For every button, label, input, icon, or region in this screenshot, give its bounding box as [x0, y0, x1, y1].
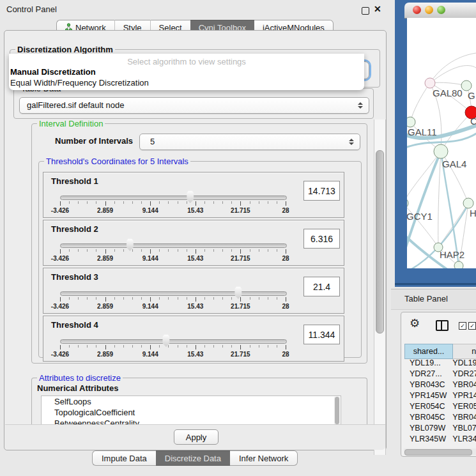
cell-name[interactable]: YBR045C: [449, 413, 476, 424]
tick-label: -3.426: [51, 303, 69, 310]
slider-handle[interactable]: [161, 334, 171, 347]
network-node-H[interactable]: [463, 198, 473, 208]
list-scrollbar-thumb[interactable]: [335, 397, 339, 424]
minor-tick: [187, 201, 187, 204]
cell-shared-name[interactable]: YDL19...: [404, 358, 449, 369]
table-data-group: Table Data galFiltered.sif default node: [13, 88, 374, 119]
minor-tick: [114, 297, 115, 300]
network-node-GAL4[interactable]: [434, 144, 448, 158]
tab-impute-data[interactable]: Impute Data: [92, 450, 156, 466]
minor-tick: [69, 201, 70, 204]
table-row[interactable]: YBR043CYBR043C: [404, 380, 476, 391]
network-node-label: C: [470, 116, 476, 127]
checkbox-icon[interactable]: ✓: [459, 322, 466, 330]
checkbox-icon[interactable]: ✓: [468, 322, 476, 330]
slider-track[interactable]: [60, 291, 287, 296]
network-node-G[interactable]: [461, 81, 472, 91]
panel-scrollbar-thumb[interactable]: [376, 150, 384, 334]
cell-shared-name[interactable]: YDR27...: [404, 369, 449, 380]
list-scrollbar[interactable]: [334, 397, 340, 426]
slider-track[interactable]: [60, 339, 287, 344]
cell-name[interactable]: YPR145W: [449, 391, 476, 402]
minor-tick: [132, 249, 133, 252]
table-scrollbar-thumb[interactable]: [404, 449, 472, 456]
attribute-list-item[interactable]: SelfLoops: [42, 396, 341, 407]
number-of-intervals-combobox[interactable]: 5: [139, 134, 360, 150]
minor-tick: [259, 297, 259, 300]
table-row[interactable]: YBR045CYBR045C: [404, 413, 476, 424]
tab-discretize-data[interactable]: Discretize Data: [156, 450, 230, 466]
network-node-GAL11[interactable]: [407, 117, 415, 127]
cell-name[interactable]: YDL19...: [449, 358, 476, 369]
cell-shared-name[interactable]: YPR145W: [404, 391, 449, 402]
network-edge[interactable]: [430, 82, 466, 86]
minor-tick: [178, 249, 178, 252]
column-header-shared-name[interactable]: shared...: [404, 344, 453, 359]
network-node-GCY1[interactable]: [407, 198, 408, 208]
cell-shared-name[interactable]: YBR043C: [404, 380, 449, 391]
slider-handle[interactable]: [125, 238, 135, 251]
major-tick: [196, 345, 196, 349]
slider-track[interactable]: [60, 196, 287, 200]
minor-tick: [78, 249, 79, 252]
numerical-attributes-list[interactable]: SelfLoopsTopologicalCoefficientBetweenne…: [41, 395, 341, 427]
slider-handle[interactable]: [233, 286, 243, 299]
table-row[interactable]: YLR345WYLR345W: [404, 434, 476, 441]
minor-tick: [168, 345, 169, 348]
network-edge[interactable]: [410, 83, 430, 122]
close-traffic-light[interactable]: [413, 6, 421, 14]
major-tick: [60, 201, 61, 206]
table-horizontal-scrollbar[interactable]: [404, 449, 476, 455]
table-row[interactable]: YER054CYER054C: [404, 402, 476, 413]
major-tick: [60, 345, 61, 349]
apply-button[interactable]: Apply: [174, 429, 219, 445]
slider-track[interactable]: [60, 243, 287, 248]
cell-shared-name[interactable]: YER054C: [404, 402, 449, 413]
network-edge[interactable]: [438, 151, 441, 247]
popup-option-equal-width[interactable]: Equal Width/Frequency Discretization: [10, 78, 149, 88]
threshold-value-field[interactable]: 11.344: [303, 325, 340, 344]
column-header-name[interactable]: name: [453, 344, 476, 359]
table-row[interactable]: YPR145WYPR145W: [404, 391, 476, 402]
major-tick: [240, 297, 241, 302]
minor-tick: [231, 345, 232, 348]
cell-name[interactable]: YLR345W: [449, 434, 476, 441]
cell-name[interactable]: YBL079W: [449, 424, 476, 434]
close-icon[interactable]: ✕: [374, 4, 381, 14]
cell-shared-name[interactable]: YBL079W: [404, 424, 449, 434]
threshold-value-field[interactable]: 21.4: [303, 277, 340, 296]
gear-icon[interactable]: ⚙: [410, 318, 420, 329]
float-window-icon[interactable]: [362, 7, 369, 15]
table-data-combobox[interactable]: galFiltered.sif default node: [19, 97, 369, 114]
network-edge[interactable]: [430, 53, 476, 83]
network-window-titlebar[interactable]: [404, 3, 476, 19]
cell-name[interactable]: YDR27...: [449, 369, 476, 380]
minor-tick: [87, 297, 88, 300]
cell-shared-name[interactable]: YBR045C: [404, 413, 449, 424]
table-row[interactable]: YDL19...YDL19...: [404, 358, 476, 369]
table-panel: ⚙ ✓ ✓ shared... name YDL19...YDL19...YDR…: [401, 312, 476, 457]
popup-option-manual-discretization[interactable]: Manual Discretization: [10, 67, 96, 77]
network-node[interactable]: [454, 261, 463, 268]
minor-tick: [96, 297, 96, 300]
zoom-traffic-light[interactable]: [437, 6, 445, 14]
tab-infer-network[interactable]: Infer Network: [230, 450, 298, 466]
cell-name[interactable]: YER054C: [449, 402, 476, 413]
table-row[interactable]: YBL079WYBL079W: [404, 424, 476, 434]
cell-shared-name[interactable]: YLR345W: [404, 434, 449, 441]
attributes-group: Attributes to discretize Numerical Attri…: [31, 378, 367, 428]
table-row[interactable]: YDR27...YDR27...: [404, 369, 476, 380]
network-node-GAL80[interactable]: [425, 78, 435, 88]
network-canvas[interactable]: GAL80GCGAL11GAL4GCY1HHAP2: [407, 18, 476, 268]
threshold-value-field[interactable]: 14.713: [303, 181, 340, 201]
minor-tick: [204, 297, 205, 300]
cell-name[interactable]: YBR043C: [449, 380, 476, 391]
network-edge-thick[interactable]: [407, 151, 441, 251]
minimize-traffic-light[interactable]: [425, 6, 433, 14]
split-columns-icon[interactable]: [436, 320, 449, 331]
attribute-list-item[interactable]: TopologicalCoefficient: [42, 407, 341, 418]
threshold-value-field[interactable]: 6.316: [303, 229, 340, 249]
minor-tick: [213, 201, 214, 204]
major-tick: [240, 249, 241, 254]
panel-vertical-scrollbar[interactable]: [374, 119, 386, 455]
